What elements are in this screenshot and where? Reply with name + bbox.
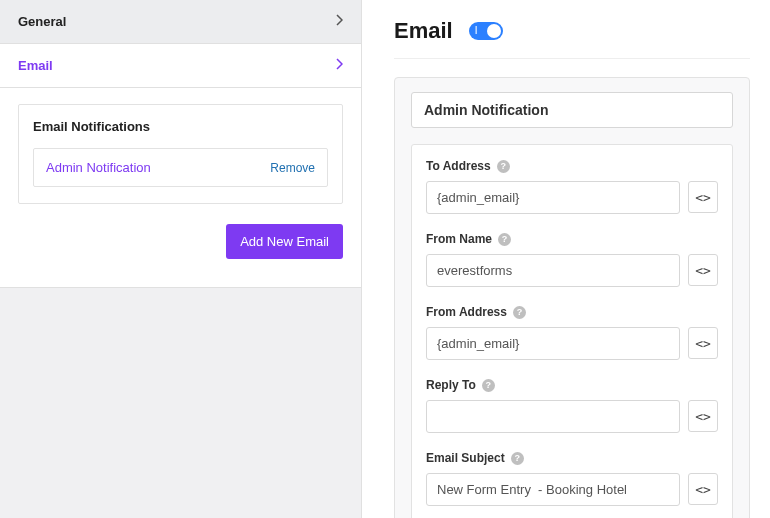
page-title: Email (394, 18, 453, 44)
field-label: From Address ? (426, 305, 718, 319)
email-subject-input[interactable] (426, 473, 680, 506)
field-from-address: From Address ? <> (426, 305, 718, 360)
from-address-input[interactable] (426, 327, 680, 360)
email-notifications-panel: Email Notifications Admin Notification R… (18, 104, 343, 204)
main-header: Email I (394, 18, 750, 59)
settings-sidebar: General Email Email Notifications Admin … (0, 0, 362, 518)
field-from-name: From Name ? <> (426, 232, 718, 287)
sidebar-item-label: General (18, 14, 66, 29)
toggle-knob (487, 24, 501, 38)
field-label: To Address ? (426, 159, 718, 173)
insert-tag-button[interactable]: <> (688, 473, 718, 505)
to-address-input[interactable] (426, 181, 680, 214)
help-icon[interactable]: ? (498, 233, 511, 246)
email-enabled-toggle[interactable]: I (469, 22, 503, 40)
add-new-email-button[interactable]: Add New Email (226, 224, 343, 259)
help-icon[interactable]: ? (513, 306, 526, 319)
email-fields: To Address ? <> From Name ? <> (411, 144, 733, 518)
insert-tag-button[interactable]: <> (688, 327, 718, 359)
sidebar-item-email[interactable]: Email (0, 44, 361, 88)
sidebar-item-label: Email (18, 58, 53, 73)
insert-tag-button[interactable]: <> (688, 181, 718, 213)
field-label: From Name ? (426, 232, 718, 246)
help-icon[interactable]: ? (497, 160, 510, 173)
field-label: Email Subject ? (426, 451, 718, 465)
add-button-wrap: Add New Email (0, 224, 361, 288)
chevron-right-icon (335, 14, 343, 29)
field-to-address: To Address ? <> (426, 159, 718, 214)
insert-tag-button[interactable]: <> (688, 400, 718, 432)
field-email-subject: Email Subject ? <> (426, 451, 718, 506)
toggle-on-mark: I (475, 24, 478, 38)
chevron-right-icon (335, 58, 343, 73)
field-reply-to: Reply To ? <> (426, 378, 718, 433)
email-config-panel: To Address ? <> From Name ? <> (394, 77, 750, 518)
from-name-input[interactable] (426, 254, 680, 287)
field-label: Reply To ? (426, 378, 718, 392)
notification-name[interactable]: Admin Notification (46, 160, 151, 175)
sidebar-item-general[interactable]: General (0, 0, 361, 44)
reply-to-input[interactable] (426, 400, 680, 433)
email-settings-main: Email I To Address ? <> From Name (362, 0, 770, 518)
remove-link[interactable]: Remove (270, 161, 315, 175)
insert-tag-button[interactable]: <> (688, 254, 718, 286)
notification-name-input[interactable] (411, 92, 733, 128)
notification-row: Admin Notification Remove (33, 148, 328, 187)
help-icon[interactable]: ? (482, 379, 495, 392)
panel-title: Email Notifications (33, 119, 328, 134)
email-notifications-panel-wrap: Email Notifications Admin Notification R… (0, 88, 361, 224)
help-icon[interactable]: ? (511, 452, 524, 465)
